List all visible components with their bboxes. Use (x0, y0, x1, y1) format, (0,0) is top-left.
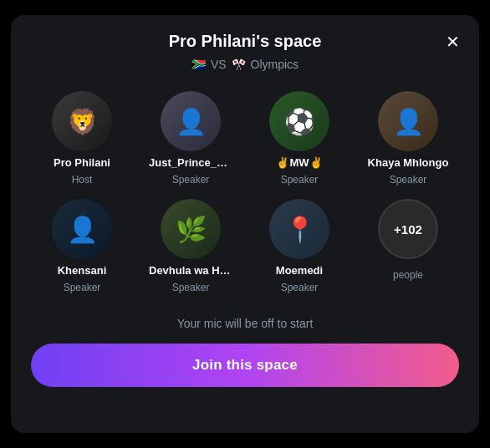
speaker-role: Speaker (172, 282, 210, 293)
speaker-name: Moemedi (276, 264, 323, 277)
join-button[interactable]: Join this space (31, 344, 459, 387)
speaker-item: 👤 Just_Prince_Sports... Speaker (140, 91, 242, 186)
speaker-avatar: ⚽ (269, 91, 329, 151)
speaker-name: Khaya Mhlongo (368, 156, 449, 169)
topic-text: Olympics (251, 58, 299, 71)
speaker-name: Khensani (58, 264, 107, 277)
modal-subtitle: 🇿🇦 VS 🎌 Olympics (31, 58, 459, 71)
speaker-name: Just_Prince_Sports... (149, 156, 232, 169)
speaker-role: Speaker (281, 174, 319, 186)
speaker-item: 👤 Khensani Speaker (31, 199, 133, 293)
speaker-avatar: 👤 (378, 91, 438, 151)
speaker-avatar: 👤 (161, 91, 221, 151)
speaker-name: Pro Philani (54, 156, 110, 169)
space-modal: ✕ Pro Philani's space 🇿🇦 VS 🎌 Olympics 🦁… (11, 15, 479, 433)
speaker-avatar: 🦁 (52, 91, 112, 151)
speaker-role: Speaker (390, 174, 427, 186)
speaker-item: +102 people (357, 199, 459, 293)
speaker-item: 👤 Khaya Mhlongo Speaker (357, 91, 459, 186)
speaker-avatar: 📍 (269, 199, 329, 259)
flag1-icon: 🇿🇦 (191, 58, 206, 71)
plus-count: +102 (378, 199, 438, 259)
flag2-icon: 🎌 (232, 58, 246, 71)
modal-title: Pro Philani's space (31, 32, 459, 51)
speakers-grid: 🦁 Pro Philani Host 👤 Just_Prince_Sports.… (31, 91, 459, 293)
speaker-name: Devhula wa Ha Net... (149, 264, 232, 277)
mic-notice: Your mic will be off to start (31, 317, 459, 330)
speaker-avatar: 🌿 (161, 199, 221, 259)
speaker-role: Speaker (172, 174, 210, 186)
speaker-avatar: 👤 (52, 199, 112, 259)
speaker-item: 📍 Moemedi Speaker (248, 199, 350, 293)
speaker-item: 🦁 Pro Philani Host (31, 91, 133, 186)
speaker-role: Speaker (281, 282, 319, 293)
speaker-role: Host (72, 174, 93, 186)
speaker-item: 🌿 Devhula wa Ha Net... Speaker (140, 199, 242, 293)
vs-text: VS (211, 58, 227, 71)
close-button[interactable]: ✕ (439, 28, 466, 55)
speaker-role: Speaker (64, 282, 101, 293)
speaker-role: people (393, 269, 423, 281)
speaker-item: ⚽ ✌️MW✌️ Speaker (248, 91, 350, 186)
speaker-name: ✌️MW✌️ (276, 156, 322, 169)
